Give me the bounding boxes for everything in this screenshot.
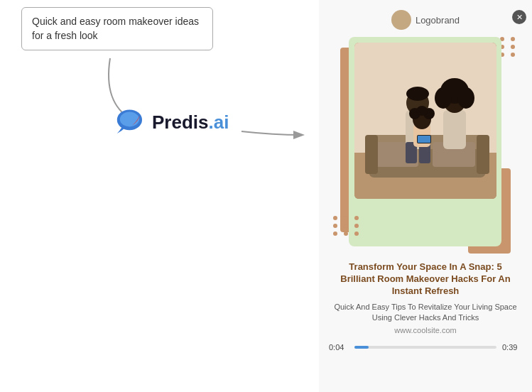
svg-point-13 bbox=[406, 87, 429, 101]
svg-rect-21 bbox=[443, 110, 466, 149]
brand-name: Logobrand bbox=[416, 15, 460, 26]
card-container bbox=[340, 37, 511, 257]
dot bbox=[344, 216, 348, 220]
main-card bbox=[349, 37, 501, 246]
svg-rect-27 bbox=[418, 136, 430, 143]
svg-point-25 bbox=[457, 87, 474, 109]
predis-icon bbox=[114, 105, 148, 139]
close-button[interactable]: ✕ bbox=[512, 10, 526, 24]
predis-logo: Predis.ai bbox=[114, 105, 229, 139]
svg-rect-10 bbox=[477, 135, 489, 174]
svg-point-24 bbox=[435, 87, 452, 109]
dot bbox=[333, 216, 337, 220]
logo-brand-area: Logobrand bbox=[391, 10, 460, 30]
dot bbox=[354, 232, 359, 236]
right-panel: Logobrand ✕ bbox=[319, 0, 532, 392]
card-title: Transform Your Space In A Snap: 5 Brilli… bbox=[333, 261, 518, 298]
progress-area: 0:04 0:39 bbox=[319, 337, 532, 356]
dots-bottom-left bbox=[333, 216, 362, 236]
preview-topbar: Logobrand ✕ bbox=[319, 7, 532, 33]
svg-point-20 bbox=[416, 106, 428, 116]
dot bbox=[333, 224, 337, 228]
svg-point-1 bbox=[120, 112, 139, 127]
progress-track[interactable] bbox=[354, 346, 496, 349]
card-subtitle: Quick And Easy Tips To Revitalize Your L… bbox=[333, 302, 518, 324]
dot bbox=[333, 232, 337, 236]
time-total: 0:39 bbox=[502, 343, 522, 352]
photo-area bbox=[354, 43, 496, 199]
card-url: www.coolsite.com bbox=[333, 326, 518, 334]
family-illustration bbox=[354, 43, 496, 199]
logo-text: Predis.ai bbox=[152, 111, 229, 134]
dot bbox=[511, 45, 515, 49]
dot bbox=[354, 216, 359, 220]
svg-rect-9 bbox=[365, 135, 378, 174]
time-current: 0:04 bbox=[329, 343, 349, 352]
card-text-content: Transform Your Space In A Snap: 5 Brilli… bbox=[333, 261, 518, 334]
dot bbox=[511, 53, 515, 57]
dot bbox=[354, 224, 359, 228]
tooltip-text: Quick and easy room makeover ideas for a… bbox=[32, 16, 199, 41]
left-panel: Quick and easy room makeover ideas for a… bbox=[0, 0, 320, 392]
brand-logo-circle bbox=[391, 10, 411, 30]
dot bbox=[511, 37, 515, 41]
tooltip-box: Quick and easy room makeover ideas for a… bbox=[21, 7, 213, 50]
dot bbox=[344, 232, 348, 236]
dot bbox=[344, 224, 348, 228]
progress-fill bbox=[354, 346, 369, 349]
